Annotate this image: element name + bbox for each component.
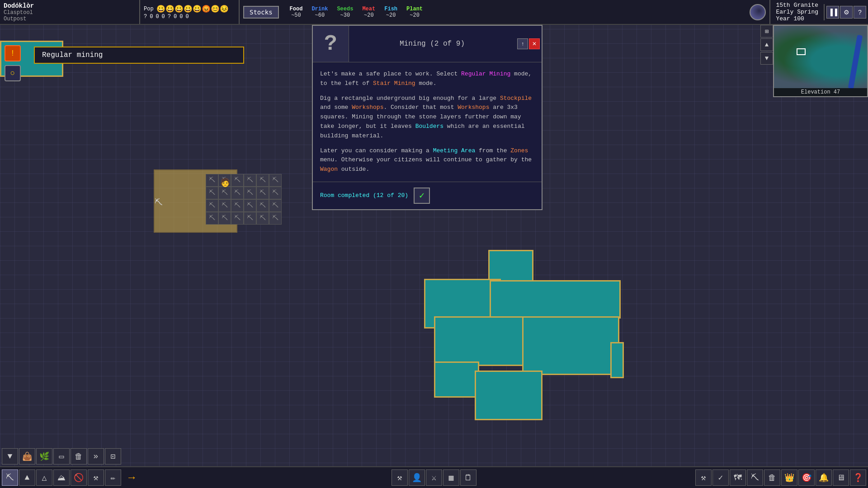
tool-right-2[interactable]: ✓ <box>712 469 729 486</box>
tool-notes[interactable]: 🗒 <box>460 469 476 486</box>
warning-alert-icon[interactable]: ! <box>5 45 21 61</box>
player-character: 🧑 <box>220 178 227 187</box>
date-line3: Year 100 <box>776 15 818 22</box>
tutorial-nav-up[interactable]: ↑ <box>517 38 528 49</box>
mine-tile <box>231 212 244 225</box>
minimap-down-icon[interactable]: ▼ <box>760 52 773 65</box>
tool-pen[interactable]: ✏ <box>105 469 121 486</box>
tool-right-1[interactable]: ⚒ <box>695 469 712 486</box>
room-completed-checkbox[interactable]: ✓ <box>414 188 430 204</box>
pop-numbers: ? 0 0 0 ? 0 0 0 <box>144 14 235 20</box>
underground-area <box>434 361 479 398</box>
tutorial-body: Let's make a safe place to work. Select … <box>313 62 542 182</box>
emoji-row: 😀😀😀😀😀😡😊😣 <box>156 5 229 14</box>
mine-tile <box>206 212 218 225</box>
tool-cancel[interactable]: 🚫 <box>71 469 87 486</box>
underground-area <box>522 316 619 375</box>
workshops-highlight: Workshops <box>352 104 383 111</box>
tool-stamp[interactable]: ⚒ <box>88 469 104 486</box>
mine-tile <box>269 199 282 212</box>
resource-meat: Meat ~20 <box>362 6 375 19</box>
stocks-button[interactable]: Stocks <box>243 6 279 19</box>
mine-tile <box>269 174 282 187</box>
tool-mountain[interactable]: ⛰ <box>53 469 70 486</box>
settlement-info: Dodóklòr Clasptool Outpost <box>0 0 140 24</box>
ui-buttons: ▐▐ ⚙ ? <box>824 4 868 20</box>
tool-trash[interactable]: 🗑 <box>71 448 87 465</box>
minimap-grid-icon[interactable]: ⊞ <box>760 25 773 38</box>
tool-right-6[interactable]: 👑 <box>781 469 797 486</box>
mine-tile <box>206 199 218 212</box>
tool-character[interactable]: 👤 <box>409 469 425 486</box>
next-arrow-button[interactable]: → <box>123 472 140 484</box>
seeds-label: Seeds <box>337 6 353 12</box>
minimap-viewport-indicator <box>797 48 806 55</box>
regular-mining-highlight: Regular Mining <box>461 70 510 77</box>
tool-zone[interactable]: ▭ <box>53 448 70 465</box>
tool-bag[interactable]: 👜 <box>19 448 35 465</box>
resource-fish: Fish ~20 <box>384 6 397 19</box>
date-section: 15th Granite Early Spring Year 100 <box>769 0 824 24</box>
date-line2: Early Spring <box>776 9 818 15</box>
mine-tile <box>256 199 269 212</box>
mine-tiles-grid <box>206 174 282 225</box>
food-value: ~50 <box>291 12 301 19</box>
tool-grid[interactable]: ⊡ <box>105 448 121 465</box>
tutorial-dialog: ? Mining (2 of 9) ↑ ✕ Let's make a safe … <box>312 25 542 210</box>
tool-combat[interactable]: ⚔ <box>426 469 442 486</box>
wagon-highlight: Wagon <box>320 166 338 173</box>
mining-label-text: Regular mining <box>42 51 103 59</box>
tool-right-8[interactable]: 🔔 <box>816 469 832 486</box>
tutorial-header: ? Mining (2 of 9) ↑ ✕ <box>313 26 542 62</box>
tool-right-5[interactable]: 🗑 <box>764 469 780 486</box>
mine-tile <box>231 187 244 199</box>
plant-value: ~20 <box>410 12 420 19</box>
pause-button[interactable]: ▐▐ <box>826 6 839 19</box>
bottom-toolbar: ⛏ ▲ △ ⛰ 🚫 ⚒ ✏ → ⚒ 👤 ⚔ ▦ 🗒 ⚒ ✓ 🗺 ⛏ 🗑 👑 🎯 … <box>0 466 868 488</box>
tool-plant[interactable]: 🌿 <box>36 448 52 465</box>
mine-tile <box>269 187 282 199</box>
alert-icons: ! ○ <box>5 45 21 81</box>
mine-tile <box>256 212 269 225</box>
seeds-value: ~30 <box>340 12 350 19</box>
tool-build[interactable]: ⚒ <box>392 469 408 486</box>
pop-section: Pop 😀😀😀😀😀😡😊😣 ? 0 0 0 ? 0 0 0 <box>140 0 240 24</box>
minimap-up-icon[interactable]: ▲ <box>760 38 773 51</box>
tutorial-title: Mining (2 of 9) <box>400 40 465 48</box>
tool-right-3[interactable]: 🗺 <box>730 469 746 486</box>
room-completed-text: Room completed (12 of 20) <box>320 192 408 199</box>
resources-section: Food ~50 Drink ~60 Seeds ~30 Meat ~20 Fi… <box>283 0 746 24</box>
tool-right-4[interactable]: ⛏ <box>747 469 763 486</box>
drink-label: Drink <box>311 6 328 12</box>
minimap-side-buttons: ⊞ ▲ ▼ <box>760 25 773 65</box>
zones-highlight: Zones <box>510 147 528 154</box>
tutorial-title-area: Mining (2 of 9) <box>349 26 515 62</box>
tool-descend[interactable]: ▼ <box>2 448 18 465</box>
right-tools: ⚒ ✓ 🗺 ⛏ 🗑 👑 🎯 🔔 🖥 ❓ <box>693 468 868 488</box>
settlement-line3: Outpost <box>4 16 26 22</box>
tool-ramp[interactable]: ▲ <box>19 469 35 486</box>
tool-grid2[interactable]: ▦ <box>443 469 459 486</box>
workshops-highlight2: Workshops <box>458 104 489 111</box>
mine-tile <box>206 174 218 187</box>
tool-more[interactable]: » <box>88 448 104 465</box>
mine-tile <box>244 199 256 212</box>
top-bar: Dodóklòr Clasptool Outpost Pop 😀😀😀😀😀😡😊😣 … <box>0 0 868 25</box>
minimap[interactable]: Elevation 47 <box>773 25 868 97</box>
tutorial-question-mark: ? <box>324 32 337 56</box>
tool-right-10[interactable]: ❓ <box>850 469 866 486</box>
underground-area <box>434 316 527 366</box>
circle-alert-icon[interactable]: ○ <box>5 65 21 81</box>
help-button[interactable]: ? <box>854 6 866 19</box>
tool-pickaxe[interactable]: ⛏ <box>2 469 18 486</box>
mine-tile <box>231 174 244 187</box>
tool-stair[interactable]: △ <box>36 469 52 486</box>
settlement-subtitle: Clasptool Outpost <box>4 9 136 22</box>
tutorial-icon: ? <box>313 26 349 62</box>
tool-right-9[interactable]: 🖥 <box>833 469 849 486</box>
fish-label: Fish <box>384 6 397 12</box>
stockpile-highlight: Stockpile <box>500 95 532 102</box>
tutorial-close-button[interactable]: ✕ <box>529 38 540 49</box>
tool-right-7[interactable]: 🎯 <box>798 469 815 486</box>
settings-button[interactable]: ⚙ <box>840 6 853 19</box>
